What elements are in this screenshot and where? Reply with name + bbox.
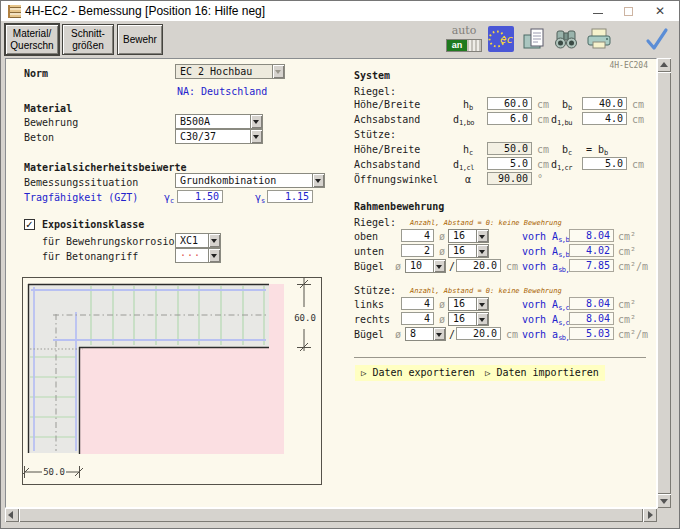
tab-label: Bewehr xyxy=(118,34,162,46)
dropdown-arrow-icon[interactable] xyxy=(476,230,488,242)
hb-field[interactable]: 60.0 xyxy=(487,97,532,110)
oben-count-field[interactable]: 4 xyxy=(401,229,434,242)
tab-schnittgroessen[interactable]: Schnitt- größen xyxy=(62,24,114,55)
bb-symbol: bb xyxy=(562,99,572,112)
gamma-s-field[interactable]: 1.15 xyxy=(267,190,313,203)
d1cr-field[interactable]: 5.0 xyxy=(582,157,627,170)
riegel-note: Anzahl, Abstand = 0: keine Bewehrung xyxy=(410,219,562,227)
arrow-right-icon xyxy=(648,511,653,519)
d1bu-field[interactable]: 4.0 xyxy=(582,112,627,125)
tab-label: größen xyxy=(63,40,113,52)
exposition-checkbox[interactable]: ✓ xyxy=(24,219,35,230)
situation-label: Bemessungssituation xyxy=(24,177,138,188)
rechts-count-field[interactable]: 4 xyxy=(401,312,434,325)
dropdown-arrow-icon[interactable] xyxy=(250,115,262,128)
beton-dropdown[interactable]: C30/37 xyxy=(175,129,263,144)
links-result-field: 8.04 xyxy=(569,297,614,310)
dropdown-arrow-icon[interactable] xyxy=(433,328,445,340)
d1cl-field[interactable]: 5.0 xyxy=(487,157,532,170)
norm-dropdown: EC 2 Hochbau xyxy=(175,64,285,79)
hb-unit: cm xyxy=(537,99,549,110)
oben-result-label: vorh As,bo xyxy=(522,231,573,244)
confirm-check-icon[interactable] xyxy=(644,26,670,52)
bewehrung-dropdown[interactable]: B500A xyxy=(175,114,263,129)
auto-toggle[interactable]: auto an xyxy=(445,25,483,54)
search-binoculars-icon[interactable] xyxy=(553,26,579,52)
system-heading: System xyxy=(354,70,390,81)
section-divider xyxy=(354,357,646,358)
maximize-button[interactable] xyxy=(613,1,643,21)
diameter-symbol: ø xyxy=(395,261,401,272)
eurocode-icon[interactable]: ec xyxy=(488,26,514,52)
norm-label: Norm xyxy=(24,68,48,79)
buegel-riegel-dia-dropdown[interactable]: 10 xyxy=(405,259,446,273)
betonangriff-dropdown[interactable]: ··· xyxy=(175,248,221,263)
buegel-stuetze-dia-value: 8 xyxy=(410,328,416,339)
gamma-c-field[interactable]: 1.50 xyxy=(177,190,223,203)
title-bar: 4H-EC2 - Bemessung [Position 16: Hilfe n… xyxy=(1,1,679,21)
scroll-left-button[interactable] xyxy=(5,508,19,522)
slash-separator: / xyxy=(449,329,455,340)
export-label: Daten exportieren xyxy=(372,367,474,378)
window-frame-bottom xyxy=(1,522,679,529)
dropdown-arrow-icon[interactable] xyxy=(476,313,488,325)
unten-count-field[interactable]: 2 xyxy=(401,244,434,257)
scrollbar-corner xyxy=(657,508,671,522)
scroll-down-button[interactable] xyxy=(657,494,671,508)
copy-icon[interactable] xyxy=(521,26,547,52)
korrosion-dropdown[interactable]: XC1 xyxy=(175,233,221,248)
unten-result-label: vorh As,bu xyxy=(522,246,573,259)
links-dia-value: 16 xyxy=(453,298,465,309)
window-title: 4H-EC2 - Bemessung [Position 16: Hilfe n… xyxy=(25,4,265,18)
buegel-stuetze-spacing-field[interactable]: 20.0 xyxy=(456,327,501,340)
tab-bewehrung[interactable]: Bewehr xyxy=(117,24,163,55)
situation-dropdown[interactable]: Grundkombination xyxy=(175,173,325,188)
situation-value: Grundkombination xyxy=(180,175,276,186)
import-data-button[interactable]: ▷Daten importieren xyxy=(479,365,605,381)
hc-field[interactable]: 50.0 xyxy=(487,142,532,155)
tab-material-querschnitt[interactable]: Material/ Querschn xyxy=(5,24,59,55)
links-dia-dropdown[interactable]: 16 xyxy=(448,297,489,311)
print-icon[interactable] xyxy=(586,26,612,52)
dropdown-arrow-icon[interactable] xyxy=(476,298,488,310)
bc-symbol: bc xyxy=(562,144,572,157)
diameter-symbol: ø xyxy=(439,246,445,257)
norm-value: EC 2 Hochbau xyxy=(180,66,252,77)
dropdown-arrow-icon[interactable] xyxy=(433,260,445,272)
scroll-up-button[interactable] xyxy=(657,58,671,72)
buegel-stuetze-dia-dropdown[interactable]: 8 xyxy=(405,327,446,341)
horizontal-scrollbar[interactable] xyxy=(5,508,657,522)
links-count-field[interactable]: 4 xyxy=(401,297,434,310)
maximize-icon xyxy=(624,7,633,16)
play-icon: ▷ xyxy=(485,368,490,378)
rechts-dia-dropdown[interactable]: 16 xyxy=(448,312,489,326)
buegel-riegel-spacing-field[interactable]: 20.0 xyxy=(456,259,501,272)
alpha-unit: ° xyxy=(537,173,543,184)
close-button[interactable]: ✕ xyxy=(645,1,675,21)
horizontal-scroll-thumb[interactable] xyxy=(19,508,643,522)
dropdown-arrow-icon[interactable] xyxy=(208,249,220,262)
svg-text:ec: ec xyxy=(500,33,514,46)
export-data-button[interactable]: ▷Daten exportieren xyxy=(355,365,481,381)
vertical-scroll-thumb[interactable] xyxy=(657,72,671,494)
exposition-heading: Expositionsklasse xyxy=(42,219,144,230)
d1cr-unit: cm xyxy=(632,159,644,170)
unten-dia-dropdown[interactable]: 16 xyxy=(448,244,489,258)
app-icon xyxy=(8,5,21,18)
bb-field[interactable]: 40.0 xyxy=(582,97,627,110)
buegel-riegel-result-label: vorh asb,b xyxy=(522,261,573,274)
system-riegel-label: Riegel: xyxy=(354,86,396,97)
gamma-s-symbol: γs xyxy=(255,192,265,205)
dropdown-arrow-icon[interactable] xyxy=(208,234,220,247)
cross-section-drawing: 60.0 50.0 xyxy=(22,277,322,485)
dropdown-arrow-icon[interactable] xyxy=(250,130,262,143)
vertical-scrollbar[interactable] xyxy=(657,58,671,508)
buegel-stuetze-result-field: 5.03 xyxy=(569,327,614,340)
d1bo-field[interactable]: 6.0 xyxy=(487,112,532,125)
dropdown-arrow-icon[interactable] xyxy=(476,245,488,257)
dropdown-arrow-icon[interactable] xyxy=(312,174,324,187)
minimize-button[interactable] xyxy=(583,1,613,21)
scroll-right-button[interactable] xyxy=(643,508,657,522)
unten-dia-value: 16 xyxy=(453,245,465,256)
oben-dia-dropdown[interactable]: 16 xyxy=(448,229,489,243)
